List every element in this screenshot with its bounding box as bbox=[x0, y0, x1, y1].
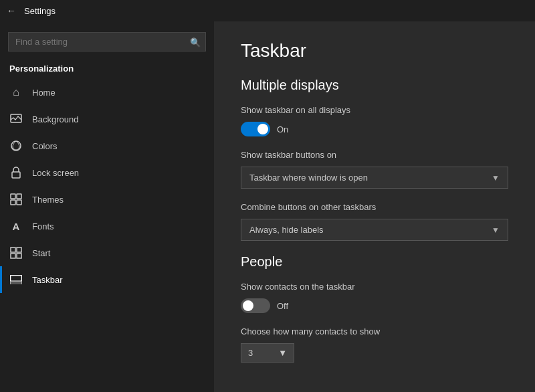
sidebar-item-fonts-label: Fonts bbox=[32, 221, 54, 231]
search-input[interactable] bbox=[8, 32, 206, 52]
multiple-displays-heading: Multiple displays bbox=[241, 78, 508, 93]
contacts-count-value: 3 bbox=[248, 348, 253, 358]
taskbar-buttons-label: Show taskbar buttons on bbox=[241, 150, 508, 160]
sidebar-item-lockscreen[interactable]: Lock screen bbox=[0, 159, 214, 186]
sidebar-item-fonts[interactable]: A Fonts bbox=[0, 213, 214, 239]
show-contacts-toggle-label: Off bbox=[277, 301, 288, 311]
search-container: 🔍 bbox=[8, 32, 206, 52]
chevron-down-icon-3: ▼ bbox=[278, 348, 287, 358]
background-icon bbox=[9, 112, 23, 126]
svg-rect-3 bbox=[11, 194, 15, 199]
svg-rect-4 bbox=[17, 194, 21, 199]
themes-icon bbox=[9, 193, 23, 206]
sidebar-item-colors-label: Colors bbox=[32, 141, 58, 151]
title-bar: ← Settings bbox=[0, 0, 535, 21]
sidebar-item-taskbar[interactable]: Taskbar bbox=[0, 266, 214, 293]
svg-rect-2 bbox=[12, 172, 20, 178]
contacts-count-dropdown[interactable]: 3 ▼ bbox=[241, 343, 294, 363]
svg-rect-7 bbox=[11, 248, 15, 252]
combine-buttons-dropdown[interactable]: Always, hide labels ▼ bbox=[241, 219, 508, 241]
taskbar-icon bbox=[9, 273, 23, 286]
sidebar-item-background[interactable]: Background bbox=[0, 106, 214, 132]
taskbar-buttons-value: Taskbar where window is open bbox=[249, 173, 368, 183]
sidebar-item-start[interactable]: Start bbox=[0, 239, 214, 266]
main-layout: 🔍 Personalization ⌂ Home Background bbox=[0, 21, 535, 392]
home-icon: ⌂ bbox=[9, 86, 23, 99]
svg-rect-8 bbox=[17, 248, 21, 252]
people-heading: People bbox=[241, 254, 508, 270]
taskbar-buttons-dropdown[interactable]: Taskbar where window is open ▼ bbox=[241, 167, 508, 189]
combine-buttons-value: Always, hide labels bbox=[249, 225, 324, 235]
sidebar-item-themes-label: Themes bbox=[32, 195, 64, 205]
sidebar-item-colors[interactable]: Colors bbox=[0, 132, 214, 159]
show-contacts-toggle[interactable] bbox=[241, 298, 270, 313]
combine-buttons-label: Combine buttons on other taskbars bbox=[241, 202, 508, 212]
toggle-knob bbox=[257, 124, 268, 134]
fonts-icon: A bbox=[9, 219, 23, 233]
svg-rect-10 bbox=[17, 254, 21, 258]
lock-icon bbox=[9, 166, 23, 179]
chevron-down-icon-2: ▼ bbox=[492, 225, 500, 235]
show-taskbar-all-label: Show taskbar on all displays bbox=[241, 105, 508, 115]
sidebar-item-themes[interactable]: Themes bbox=[0, 186, 214, 213]
title-bar-title: Settings bbox=[24, 6, 56, 16]
show-taskbar-toggle[interactable] bbox=[241, 122, 270, 136]
show-contacts-label: Show contacts on the taskbar bbox=[241, 282, 508, 292]
svg-rect-5 bbox=[11, 200, 15, 205]
back-button[interactable]: ← bbox=[7, 5, 16, 16]
search-icon: 🔍 bbox=[190, 37, 201, 47]
contacts-toggle-knob bbox=[243, 300, 253, 311]
show-taskbar-toggle-label: On bbox=[277, 124, 288, 134]
content-area: Taskbar Multiple displays Show taskbar o… bbox=[214, 21, 535, 392]
sidebar-item-start-label: Start bbox=[32, 248, 50, 258]
sidebar-item-background-label: Background bbox=[32, 114, 78, 124]
svg-rect-6 bbox=[17, 200, 21, 205]
svg-rect-12 bbox=[11, 281, 22, 284]
svg-rect-9 bbox=[11, 254, 15, 258]
sidebar: 🔍 Personalization ⌂ Home Background bbox=[0, 21, 214, 392]
sidebar-section-label: Personalization bbox=[0, 60, 214, 79]
page-title: Taskbar bbox=[241, 40, 508, 62]
start-icon bbox=[9, 246, 23, 260]
chevron-down-icon: ▼ bbox=[492, 173, 500, 183]
sidebar-item-lockscreen-label: Lock screen bbox=[32, 168, 79, 178]
show-taskbar-toggle-row: On bbox=[241, 122, 508, 136]
how-many-contacts-label: Choose how many contacts to show bbox=[241, 326, 508, 336]
sidebar-item-home-label: Home bbox=[32, 88, 56, 98]
colors-icon bbox=[9, 139, 23, 153]
sidebar-item-taskbar-label: Taskbar bbox=[32, 275, 63, 285]
sidebar-item-home[interactable]: ⌂ Home bbox=[0, 79, 214, 106]
show-contacts-toggle-row: Off bbox=[241, 298, 508, 313]
